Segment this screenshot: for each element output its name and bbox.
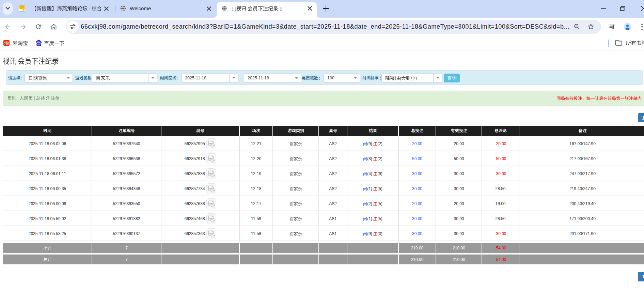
svg-text:du: du [37,43,40,45]
